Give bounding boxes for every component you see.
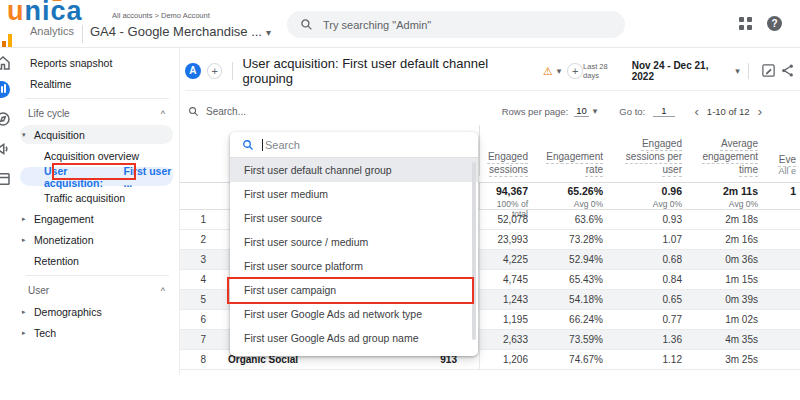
search-placeholder: Try searching "Admin": [323, 19, 431, 31]
total-avg-engagement-time: 2m 11s: [682, 185, 758, 197]
report-badge[interactable]: A: [185, 63, 201, 79]
unica-logo: unica: [7, 0, 83, 27]
col-header-avg-engagement-time[interactable]: Average engagement time: [682, 137, 758, 176]
dropdown-item-first-user-source[interactable]: First user source: [230, 206, 478, 230]
property-selector[interactable]: GA4 - Google Merchandise ...▾: [90, 24, 271, 39]
sidebar-item-acquisition[interactable]: ▾ Acquisition: [16, 124, 179, 145]
arrow-expanded-icon[interactable]: ▾: [22, 131, 26, 139]
advertising-icon[interactable]: [0, 140, 12, 158]
table-search-placeholder: Search...: [206, 106, 246, 117]
warning-icon[interactable]: ⚠: [543, 65, 553, 78]
col-header-event-count[interactable]: Eve All e: [758, 153, 796, 176]
annotation-box-first-user-campaign: [227, 277, 474, 304]
divider: [82, 25, 83, 43]
report-main: A + User acquisition: First user default…: [180, 48, 800, 375]
collapse-icon[interactable]: ^: [161, 286, 165, 296]
chevron-right-icon[interactable]: ›: [758, 104, 762, 119]
sidebar-section-life-cycle[interactable]: Life cycle ^: [16, 103, 179, 124]
dropdown-item-google-ads-network-type[interactable]: First user Google Ads ad network type: [230, 302, 478, 326]
help-icon[interactable]: ?: [767, 16, 782, 31]
date-preset-label: Last 28 days: [583, 62, 625, 80]
breadcrumb[interactable]: All accounts > Demo Account: [112, 11, 210, 20]
customize-report-icon[interactable]: [761, 63, 777, 79]
search-icon: [300, 18, 313, 31]
text-cursor: [262, 139, 263, 151]
sidebar-item-monetization[interactable]: ▸ Monetization: [16, 229, 179, 250]
home-icon[interactable]: [0, 54, 12, 72]
share-icon[interactable]: [780, 63, 796, 79]
logo-subtitle: Analytics: [30, 25, 74, 37]
nav-rail: [0, 48, 16, 375]
annotation-box-user-acquisition: [52, 163, 136, 180]
sidebar-item-engagement[interactable]: ▸ Engagement: [16, 208, 179, 229]
total-engaged-sessions: 94,367: [480, 185, 528, 197]
date-range-selector[interactable]: Nov 24 - Dec 21, 2022: [632, 60, 732, 82]
col-header-engagement-rate[interactable]: Engagement rate: [528, 150, 603, 176]
rows-per-page-select[interactable]: 10: [574, 105, 589, 117]
sidebar-item-retention[interactable]: Retention: [16, 250, 179, 271]
card-top-edge: [185, 90, 800, 91]
col-header-engaged-sessions-per-user[interactable]: Engaged sessions per user: [603, 137, 682, 176]
divider: [16, 94, 179, 103]
caret-down-icon[interactable]: ▾: [593, 106, 598, 116]
add-metric-button[interactable]: +: [567, 63, 583, 79]
add-comparison-button[interactable]: +: [207, 63, 223, 79]
arrow-collapsed-icon[interactable]: ▸: [22, 236, 26, 244]
goto-page-input[interactable]: 1: [653, 105, 674, 117]
google-analytics-logo-icon: [2, 34, 18, 47]
caret-down-icon[interactable]: ▾: [735, 66, 740, 76]
caret-down-icon: ▾: [266, 27, 271, 38]
dropdown-item-first-user-medium[interactable]: First user medium: [230, 182, 478, 206]
sidebar-item-demographics[interactable]: ▸ Demographics: [16, 301, 179, 322]
table-toolbar: Search... Rows per page: 10 ▾ Go to: 1 ‹…: [180, 98, 800, 124]
col-header-engaged-sessions[interactable]: Engaged sessions: [480, 150, 528, 176]
sidebar-section-user[interactable]: User ^: [16, 280, 179, 301]
dropdown-item-google-ads-group-name[interactable]: First user Google Ads ad group name: [230, 326, 478, 350]
arrow-collapsed-icon[interactable]: ▸: [22, 329, 26, 337]
apps-grid-icon[interactable]: [739, 17, 752, 30]
divider: [748, 63, 749, 79]
dimension-dropdown: Search First user default channel group …: [230, 132, 478, 356]
table-search-input[interactable]: Search...: [188, 106, 246, 117]
arrow-collapsed-icon[interactable]: ▸: [22, 215, 26, 223]
report-header: A + User acquisition: First user default…: [180, 55, 800, 87]
divider: [232, 62, 233, 80]
sidebar-item-reports-snapshot[interactable]: Reports snapshot: [16, 52, 179, 73]
sidebar-item-tech[interactable]: ▸ Tech: [16, 322, 179, 343]
explore-icon[interactable]: [0, 110, 12, 128]
top-app-bar: unica Analytics All accounts > Demo Acco…: [0, 0, 800, 48]
dropdown-item-audience-name[interactable]: Audience name: [230, 350, 478, 356]
rows-per-page-label: Rows per page:: [502, 106, 569, 117]
sidebar-item-realtime[interactable]: Realtime: [16, 73, 179, 94]
dropdown-search-placeholder: Search: [265, 139, 300, 151]
dropdown-item-source-medium[interactable]: First user source / medium: [230, 230, 478, 254]
dropdown-search-input[interactable]: Search: [230, 132, 478, 158]
global-search-input[interactable]: Try searching "Admin": [287, 11, 625, 38]
dropdown-item-source-platform[interactable]: First user source platform: [230, 254, 478, 278]
dropdown-scrollbar[interactable]: [472, 162, 476, 340]
report-title: User acquisition: First user default cha…: [242, 56, 537, 86]
arrow-collapsed-icon[interactable]: ▸: [22, 308, 26, 316]
goto-label: Go to:: [619, 106, 645, 117]
total-engagement-rate: 65.26%: [528, 185, 603, 197]
total-sessions-per-user: 0.96: [603, 185, 682, 197]
divider: [16, 271, 179, 280]
logo-accent: [52, 0, 62, 1]
pagination-range: 1-10 of 12: [707, 106, 750, 117]
dropdown-item-default-channel-group[interactable]: First user default channel group: [230, 158, 478, 182]
library-icon[interactable]: [0, 170, 12, 188]
caret-down-icon[interactable]: ▾: [557, 66, 562, 76]
reports-icon-active[interactable]: [0, 81, 10, 98]
chevron-left-icon[interactable]: ‹: [695, 104, 699, 119]
collapse-icon[interactable]: ^: [161, 109, 165, 119]
reports-sidebar: Reports snapshot Realtime Life cycle ^ ▾…: [16, 48, 180, 375]
sidebar-item-traffic-acquisition[interactable]: Traffic acquisition: [16, 187, 179, 208]
total-event-count: 1: [758, 185, 796, 197]
